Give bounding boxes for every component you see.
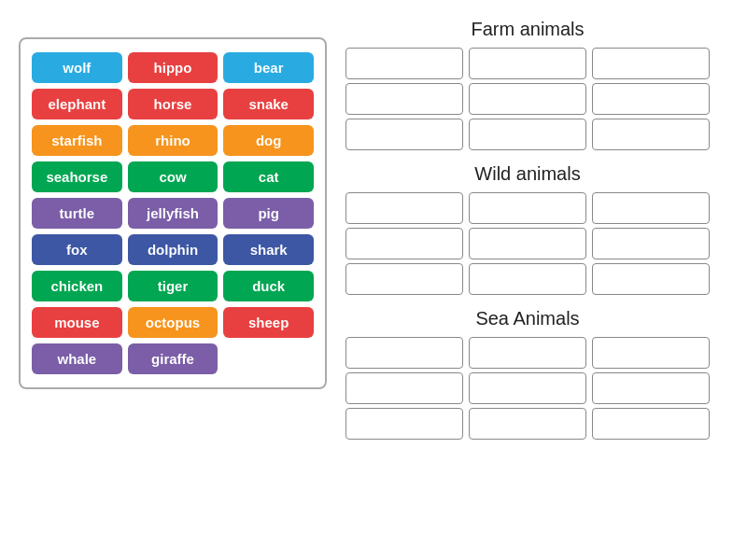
drop-row: [345, 48, 710, 79]
drop-cell[interactable]: [592, 263, 710, 295]
animal-tag-bear[interactable]: bear: [223, 52, 314, 83]
drop-cell[interactable]: [469, 408, 586, 440]
drop-cell[interactable]: [469, 337, 586, 369]
drop-cell[interactable]: [469, 263, 586, 295]
animal-tag-fox[interactable]: fox: [32, 234, 122, 265]
drop-cell[interactable]: [469, 48, 586, 79]
animal-tag-chicken[interactable]: chicken: [32, 271, 122, 301]
drop-row: [345, 192, 710, 224]
animal-tag-octopus[interactable]: octopus: [128, 307, 218, 338]
category-title: Farm animals: [345, 19, 710, 40]
animal-tag-horse[interactable]: horse: [128, 89, 218, 119]
animal-tag-mouse[interactable]: mouse: [32, 307, 122, 338]
drop-row: [345, 372, 710, 404]
animal-word-bank: wolfhippobearelephanthorsesnakestarfishr…: [19, 37, 327, 389]
animal-tag-shark[interactable]: shark: [223, 234, 314, 265]
animal-tag-pig[interactable]: pig: [223, 198, 314, 229]
animal-tag-snake[interactable]: snake: [223, 89, 314, 119]
animal-tag-dolphin[interactable]: dolphin: [128, 234, 218, 265]
animal-tag-duck[interactable]: duck: [223, 271, 314, 301]
drop-cell[interactable]: [345, 408, 463, 440]
category-title: Wild animals: [345, 163, 710, 185]
drop-cell[interactable]: [469, 192, 586, 224]
drop-cell[interactable]: [592, 372, 710, 404]
drop-cell[interactable]: [469, 372, 586, 404]
animal-tag-wolf[interactable]: wolf: [32, 52, 122, 83]
drop-cell[interactable]: [592, 192, 710, 224]
animal-tag-turtle[interactable]: turtle: [32, 198, 122, 229]
animal-grid: wolfhippobearelephanthorsesnakestarfishr…: [32, 52, 314, 374]
drop-cell[interactable]: [592, 408, 710, 440]
category-sea-animals: Sea Animals: [345, 308, 710, 443]
drop-cell[interactable]: [592, 83, 710, 115]
animal-tag-cat[interactable]: cat: [223, 161, 314, 192]
animal-tag-elephant[interactable]: elephant: [32, 89, 122, 119]
animal-tag-jellyfish[interactable]: jellyfish: [128, 198, 218, 229]
animal-tag-starfish[interactable]: starfish: [32, 125, 122, 156]
drop-row: [345, 228, 710, 259]
drop-cell[interactable]: [469, 119, 586, 150]
animal-tag-seahorse[interactable]: seahorse: [32, 161, 122, 192]
animal-tag-sheep[interactable]: sheep: [223, 307, 314, 338]
drop-cell[interactable]: [345, 372, 463, 404]
categories-panel: Farm animalsWild animalsSea Animals: [327, 19, 728, 453]
drop-cell[interactable]: [345, 119, 463, 150]
drop-cell[interactable]: [592, 337, 710, 369]
animal-tag-rhino[interactable]: rhino: [128, 125, 218, 156]
drop-cell[interactable]: [469, 228, 586, 259]
drop-cell[interactable]: [345, 48, 463, 79]
animal-tag-dog[interactable]: dog: [223, 125, 314, 156]
drop-cell[interactable]: [592, 48, 710, 79]
drop-row: [345, 83, 710, 115]
drop-cell[interactable]: [345, 228, 463, 259]
drop-cell[interactable]: [345, 337, 463, 369]
drop-cell[interactable]: [345, 83, 463, 115]
category-title: Sea Animals: [345, 308, 710, 329]
animal-tag-cow[interactable]: cow: [128, 161, 218, 192]
drop-row: [345, 408, 710, 440]
drop-row: [345, 119, 710, 150]
drop-row: [345, 337, 710, 369]
drop-cell[interactable]: [469, 83, 586, 115]
category-wild-animals: Wild animals: [345, 163, 710, 299]
drop-cell[interactable]: [345, 263, 463, 295]
category-farm-animals: Farm animals: [345, 19, 710, 154]
drop-row: [345, 263, 710, 295]
animal-tag-giraffe[interactable]: giraffe: [128, 343, 218, 374]
drop-cell[interactable]: [592, 228, 710, 259]
animal-tag-whale[interactable]: whale: [32, 343, 122, 374]
drop-cell[interactable]: [345, 192, 463, 224]
drop-cell[interactable]: [592, 119, 710, 150]
animal-tag-tiger[interactable]: tiger: [128, 271, 218, 301]
animal-tag-hippo[interactable]: hippo: [128, 52, 218, 83]
